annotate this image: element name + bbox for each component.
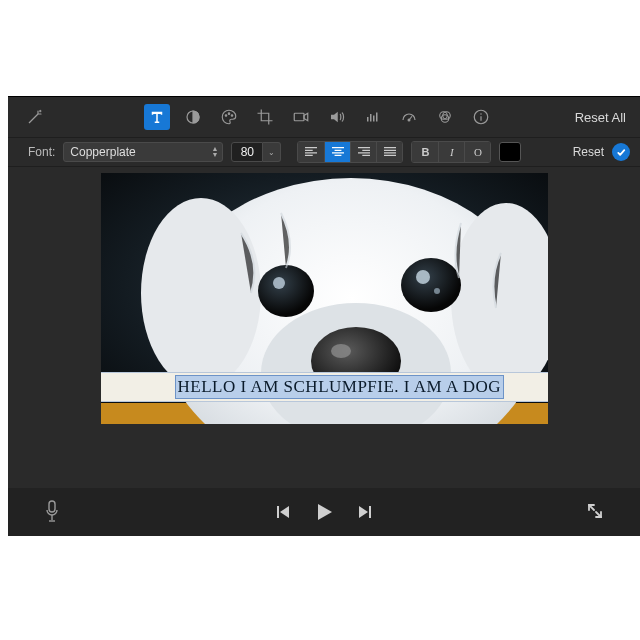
- editor-panel: Reset All Font: Copperplate ▲▼ 80 ⌄: [8, 96, 640, 488]
- prev-button[interactable]: [275, 504, 291, 520]
- play-button[interactable]: [313, 501, 335, 523]
- font-size-input[interactable]: 80: [231, 142, 263, 162]
- text-tab-icon[interactable]: [144, 104, 170, 130]
- align-justify-button[interactable]: [376, 142, 402, 162]
- svg-point-25: [273, 277, 285, 289]
- svg-point-23: [258, 265, 314, 317]
- inspector-tabs-row: Reset All: [8, 97, 640, 137]
- fullscreen-icon[interactable]: [586, 502, 604, 523]
- dropdown-arrows-icon: ▲▼: [211, 143, 218, 161]
- svg-point-26: [416, 270, 430, 284]
- svg-point-24: [401, 258, 461, 312]
- color-palette-tab-icon[interactable]: [216, 104, 242, 130]
- microphone-icon[interactable]: [44, 500, 60, 525]
- svg-rect-6: [370, 114, 372, 122]
- svg-rect-29: [277, 506, 279, 518]
- color-balance-tab-icon[interactable]: [432, 104, 458, 130]
- text-formatting-row: Font: Copperplate ▲▼ 80 ⌄ B I: [8, 137, 640, 167]
- svg-rect-8: [376, 113, 378, 122]
- outline-button[interactable]: O: [464, 142, 490, 162]
- reset-all-button[interactable]: Reset All: [575, 110, 626, 125]
- text-style-group: B I O: [411, 141, 491, 163]
- svg-point-2: [228, 113, 230, 115]
- levels-tab-icon[interactable]: [180, 104, 206, 130]
- text-color-well[interactable]: [499, 142, 521, 162]
- font-size-stepper[interactable]: ⌄: [263, 142, 281, 162]
- svg-rect-4: [294, 113, 304, 121]
- volume-tab-icon[interactable]: [324, 104, 350, 130]
- svg-point-1: [225, 115, 227, 117]
- speed-tab-icon[interactable]: [396, 104, 422, 130]
- transport-controls: [275, 501, 373, 523]
- bold-button[interactable]: B: [412, 142, 438, 162]
- apply-check-icon[interactable]: [612, 143, 630, 161]
- title-text-input[interactable]: HELLO I AM SCHLUMPFIE. I AM A DOG: [175, 375, 504, 399]
- info-tab-icon[interactable]: [468, 104, 494, 130]
- next-button[interactable]: [357, 504, 373, 520]
- font-label: Font:: [28, 145, 55, 159]
- align-left-button[interactable]: [298, 142, 324, 162]
- equalizer-tab-icon[interactable]: [360, 104, 386, 130]
- text-align-group: [297, 141, 403, 163]
- crop-tab-icon[interactable]: [252, 104, 278, 130]
- svg-point-14: [480, 113, 482, 115]
- svg-rect-30: [369, 506, 371, 518]
- video-frame[interactable]: HELLO I AM SCHLUMPFIE. I AM A DOG: [101, 173, 548, 424]
- title-text-container: HELLO I AM SCHLUMPFIE. I AM A DOG: [101, 372, 548, 402]
- camera-tab-icon[interactable]: [288, 104, 314, 130]
- svg-point-27: [434, 288, 440, 294]
- svg-point-9: [408, 119, 410, 121]
- svg-rect-7: [373, 116, 375, 122]
- font-family-dropdown[interactable]: Copperplate ▲▼: [63, 142, 223, 162]
- svg-point-22: [331, 344, 351, 358]
- reset-button[interactable]: Reset: [573, 145, 604, 159]
- svg-point-18: [141, 198, 261, 388]
- font-family-value: Copperplate: [70, 145, 135, 159]
- magic-wand-icon[interactable]: [22, 104, 48, 130]
- svg-rect-5: [367, 117, 369, 122]
- svg-point-3: [231, 115, 233, 117]
- italic-button[interactable]: I: [438, 142, 464, 162]
- align-right-button[interactable]: [350, 142, 376, 162]
- playback-bar: [8, 488, 640, 536]
- preview-viewport: HELLO I AM SCHLUMPFIE. I AM A DOG: [8, 169, 640, 486]
- svg-rect-28: [49, 501, 55, 512]
- align-center-button[interactable]: [324, 142, 350, 162]
